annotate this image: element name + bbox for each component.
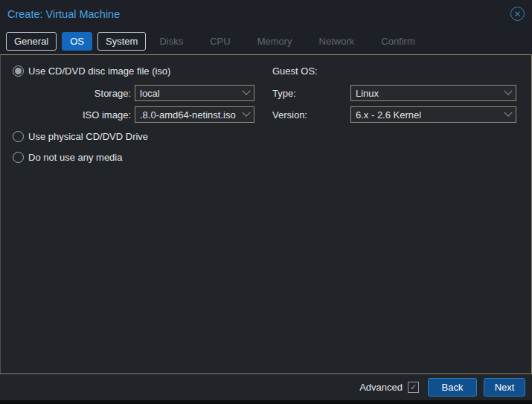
iso-image-row: ISO image: .8.0-amd64-netinst.iso: [13, 106, 258, 123]
tab-general[interactable]: General: [6, 32, 57, 51]
guest-os-type-label: Type:: [272, 88, 350, 99]
tab-network: Network: [311, 32, 363, 51]
back-button[interactable]: Back: [428, 378, 477, 397]
os-tab-panel: Use CD/DVD disc image file (iso) Storage…: [0, 54, 532, 373]
guest-os-heading: Guest OS:: [272, 65, 318, 77]
tab-disks: Disks: [151, 32, 191, 51]
close-icon[interactable]: ✕: [510, 7, 525, 21]
guest-os-type-select[interactable]: Linux: [350, 85, 516, 101]
tab-confirm: Confirm: [373, 32, 423, 51]
storage-label: Storage:: [13, 88, 135, 99]
wizard-tabbar: General OS System Disks CPU Memory Netwo…: [0, 28, 532, 54]
create-vm-dialog: Create: Virtual Machine ✕ General OS Sys…: [0, 0, 532, 400]
storage-value: local: [140, 88, 243, 99]
iso-image-value: .8.0-amd64-netinst.iso: [140, 109, 243, 121]
tab-cpu: CPU: [202, 32, 238, 51]
advanced-checkbox[interactable]: ✓: [408, 382, 419, 393]
radio-use-iso[interactable]: [13, 65, 24, 77]
tab-os[interactable]: OS: [62, 32, 92, 51]
dialog-titlebar: Create: Virtual Machine ✕: [0, 0, 532, 28]
next-button[interactable]: Next: [484, 378, 525, 397]
radio-row-iso: Use CD/DVD disc image file (iso): [13, 65, 170, 77]
guest-os-version-row: Version: 6.x - 2.6 Kernel: [272, 106, 516, 123]
chevron-down-icon: [504, 87, 512, 95]
radio-no-media[interactable]: [13, 152, 24, 163]
chevron-down-icon: [242, 87, 250, 95]
radio-no-media-label: Do not use any media: [28, 152, 122, 163]
iso-image-select[interactable]: .8.0-amd64-netinst.iso: [135, 106, 254, 123]
radio-row-no-media: Do not use any media: [13, 152, 122, 163]
radio-row-physical: Use physical CD/DVD Drive: [13, 131, 148, 142]
dialog-title: Create: Virtual Machine: [7, 8, 120, 20]
storage-select[interactable]: local: [135, 85, 254, 101]
tab-memory: Memory: [249, 32, 301, 51]
chevron-down-icon: [504, 109, 512, 117]
radio-use-iso-label: Use CD/DVD disc image file (iso): [28, 65, 170, 77]
guest-os-heading-row: Guest OS:: [272, 65, 318, 77]
storage-row: Storage: local: [13, 85, 258, 101]
radio-use-physical-label: Use physical CD/DVD Drive: [28, 131, 148, 142]
guest-os-version-label: Version:: [272, 109, 350, 121]
iso-image-label: ISO image:: [13, 109, 135, 121]
chevron-down-icon: [242, 109, 250, 117]
guest-os-type-row: Type: Linux: [272, 85, 516, 101]
dialog-footer: Advanced ✓ Back Next: [0, 373, 532, 400]
advanced-label: Advanced: [359, 382, 403, 393]
guest-os-version-select[interactable]: 6.x - 2.6 Kernel: [350, 106, 516, 123]
radio-use-physical[interactable]: [13, 131, 24, 142]
guest-os-version-value: 6.x - 2.6 Kernel: [356, 109, 505, 121]
tab-system[interactable]: System: [97, 32, 146, 51]
guest-os-type-value: Linux: [356, 88, 505, 99]
